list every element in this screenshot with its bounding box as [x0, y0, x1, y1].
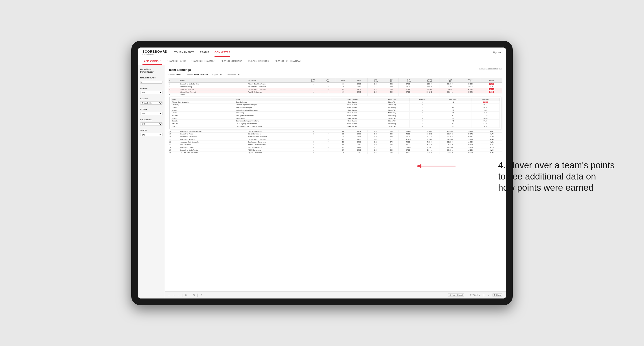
- filter-conference: Conference: All: [227, 74, 240, 76]
- tooltip-col-w-points: W Points: [472, 98, 500, 101]
- tooltip-expanded-row: Team Event Event Division Event Type Rou…: [168, 96, 502, 130]
- top-nav: SCOREBOARD Powered by clipp TOURNAMENTS …: [138, 47, 506, 57]
- undo-button[interactable]: ↩: [168, 294, 170, 296]
- sidebar-conference: Conference (All): [140, 119, 162, 126]
- col-conference: Conference: [247, 78, 306, 83]
- col-no-tour: NoTour: [321, 78, 335, 83]
- filter-region: Region: All: [212, 74, 222, 76]
- view-original-button[interactable]: ◉ View: Original: [448, 293, 464, 297]
- bottom-toolbar: ↩ ↪ → ⧉ + ⊞ ⏱ ◉ View: Original: [165, 291, 506, 299]
- table-row: 25 University of North Florida ASUN Conf…: [168, 149, 502, 152]
- col-school: School: [178, 78, 247, 83]
- col-avg-sg: Avg.SG: [384, 78, 398, 83]
- tooltip-row: Arizona State University Cabo Collegiate…: [171, 101, 500, 104]
- tooltip-col-team: Team: [171, 98, 235, 101]
- tooltip-row: East Tac OFCC Fighting Illini Invitation…: [171, 122, 500, 125]
- tab-player-summary[interactable]: PLAYER SUMMARY: [220, 57, 242, 65]
- nav-teams[interactable]: TEAMS: [200, 48, 209, 57]
- tooltip-col-rounds: Rounds: [409, 98, 435, 101]
- table-row: 21 University of Alabama Southeastern Co…: [168, 138, 502, 141]
- tab-player-h2h-grid[interactable]: PLAYER H2H GRID: [248, 57, 269, 65]
- tablet-screen: SCOREBOARD Powered by clipp TOURNAMENTS …: [138, 47, 506, 299]
- annotation-text: 4. Hover over a team's points to see add…: [498, 160, 615, 193]
- tab-team-summary[interactable]: TEAM SUMMARY: [142, 57, 162, 65]
- table-row: 2 Auburn University Southeastern Confere…: [168, 85, 502, 88]
- table-row: 1 University of North Carolina Atlantic …: [168, 83, 502, 85]
- logo-sub: Powered by clipp: [142, 53, 168, 55]
- standings-table: # School Conference ConfRank NoTour Rnds…: [168, 78, 502, 154]
- nav-tournaments[interactable]: TOURNAMENTS: [174, 48, 194, 57]
- tooltip-col-type: Event Type: [375, 98, 409, 101]
- toolbar-sep-3: [467, 294, 467, 297]
- nav-committee[interactable]: COMMITTEE: [214, 48, 230, 57]
- toolbar-sep-2: [198, 294, 198, 297]
- clock-button[interactable]: ⏱: [200, 294, 202, 296]
- comment-button[interactable]: 💬: [483, 294, 485, 296]
- min-rounds-input[interactable]: [140, 81, 162, 84]
- watch-button[interactable]: 👁 Watch ▾: [470, 294, 480, 296]
- filter-row: Gender: Men's Division: NCAA Division I …: [168, 74, 502, 76]
- tooltip-row: Univers 2023 Sahalee Players Championshi…: [171, 125, 500, 128]
- tooltip-col-division: Event Division: [330, 98, 375, 101]
- table-row: 19 University of Texas Big 12 Conference…: [168, 133, 502, 135]
- col-rnds: Rnds: [335, 78, 351, 83]
- table-row: 26 The Ohio State University Big Ten Con…: [168, 152, 502, 154]
- table-row: 24 University of Oregon Pac-12 Conferenc…: [168, 146, 502, 149]
- col-points: Points: [481, 78, 502, 83]
- sign-out-label[interactable]: Sign out: [492, 51, 502, 54]
- school-select[interactable]: (All): [140, 133, 162, 136]
- table-row: 3 Vanderbilt University Southeastern Con…: [168, 88, 502, 91]
- table-row: 23 Duke University Atlantic Coast Confer…: [168, 144, 502, 146]
- grid-button[interactable]: ⊞: [193, 294, 195, 296]
- redo-button[interactable]: ↪: [173, 294, 175, 296]
- tab-team-h2h-heatmap[interactable]: TEAM H2H HEATMAP: [191, 57, 215, 65]
- eye-icon: 👁: [470, 294, 472, 296]
- sign-out-area: Sign out: [489, 51, 502, 54]
- copy-button[interactable]: ⧉: [185, 294, 186, 296]
- paste-button[interactable]: +: [189, 294, 190, 296]
- sidebar-school: School (All): [140, 129, 162, 136]
- watch-label: Watch ▾: [472, 294, 480, 296]
- tablet-shell: SCOREBOARD Powered by clipp TOURNAMENTS …: [131, 41, 513, 305]
- conference-select[interactable]: (All): [140, 122, 162, 126]
- logo-area: SCOREBOARD Powered by clipp: [142, 50, 168, 55]
- filter-division: Division: NCAA Division I: [186, 74, 208, 76]
- share-button[interactable]: ⬆ Share: [492, 293, 502, 297]
- tooltip-row: Florida I The Cypress Point Classic NCAA…: [171, 114, 500, 117]
- forward-button[interactable]: →: [178, 294, 180, 296]
- sidebar: Committee Portal Review Minimum Rounds G…: [138, 65, 165, 299]
- arrow-svg: [415, 162, 460, 171]
- share-label: Share: [496, 294, 501, 296]
- app-logo: SCOREBOARD: [142, 50, 168, 53]
- col-rank: #: [168, 78, 178, 83]
- tab-player-h2h-heatmap[interactable]: PLAYER H2H HEATMAP: [275, 57, 301, 65]
- report-header-row: Team Standings Update time: 13/03/2024 1…: [168, 68, 502, 71]
- main-content: Committee Portal Review Minimum Rounds G…: [138, 65, 506, 299]
- col-vs50: Vs Top50: [460, 78, 481, 83]
- tooltip-row: Univers National Invitational Tournament…: [171, 109, 500, 112]
- tooltip-row: Univers Amer Art Intercollegiate NCAA Di…: [171, 106, 500, 109]
- gender-select[interactable]: Men's: [140, 91, 162, 94]
- col-wins: Wins: [351, 78, 368, 83]
- table-row: 18 University of California, Berkeley Pa…: [168, 130, 502, 133]
- division-select[interactable]: NCAA Division I: [140, 101, 162, 105]
- tab-team-h2h-grid[interactable]: TEAM H2H GRID: [167, 57, 186, 65]
- tooltip-row: Univers Williams Cup NCAA Division I Str…: [171, 117, 500, 120]
- filter-gender: Gender: Men's: [168, 74, 182, 76]
- table-row: 4 Arizona State University Pac-12 Confer…: [168, 91, 502, 93]
- report-panel: Team Standings Update time: 13/03/2024 1…: [165, 65, 506, 299]
- region-select[interactable]: N/A: [140, 112, 162, 115]
- tooltip-row: Univers Copper Cup NCAA Division I Match…: [171, 112, 500, 114]
- sidebar-portal-title: Committee Portal Review: [140, 68, 162, 73]
- sidebar-region: Region N/A: [140, 108, 162, 115]
- sidebar-min-rounds: Minimum Rounds: [140, 77, 162, 84]
- tooltip-col-rank-impact: Rank Impact: [435, 98, 472, 101]
- share-icon: ⬆: [494, 294, 496, 296]
- view-label: View: Original: [452, 294, 463, 296]
- tooltip-col-event: Event: [235, 98, 330, 101]
- report-content: Team Standings Update time: 13/03/2024 1…: [165, 65, 506, 291]
- annotation-container: 4. Hover over a team's points to see add…: [498, 160, 615, 193]
- nav-items: TOURNAMENTS TEAMS COMMITTEE: [174, 48, 489, 57]
- expand-button[interactable]: ⤢: [488, 294, 490, 296]
- table-row: 5 Texas T...: [168, 93, 502, 96]
